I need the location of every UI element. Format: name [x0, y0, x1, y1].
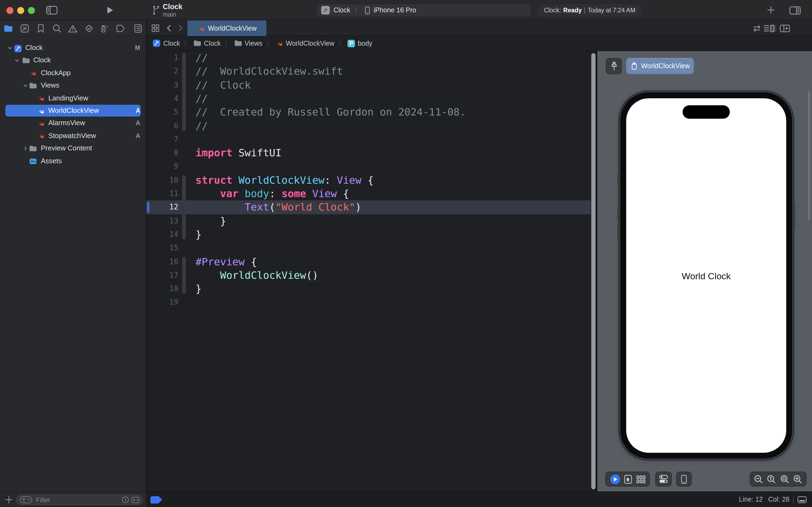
device-settings-toggles-icon[interactable]: [659, 475, 668, 484]
line-number[interactable]: 13: [146, 214, 178, 228]
line-number[interactable]: 8: [146, 146, 178, 160]
pointer-device-icon[interactable]: [624, 474, 632, 484]
line-number[interactable]: 16: [146, 255, 178, 269]
disclosure-down-icon[interactable]: [7, 45, 12, 50]
filter-changes-icon[interactable]: [131, 497, 139, 503]
add-file-icon[interactable]: [5, 496, 13, 504]
run-button[interactable]: [107, 6, 113, 14]
jumpbar-item-body[interactable]: Pbody: [347, 40, 372, 47]
sidebar-item-stopwatchview[interactable]: StopwatchViewA: [0, 130, 146, 142]
code-line[interactable]: // Clock: [195, 78, 251, 92]
sidebar-item-clockapp[interactable]: ClockApp: [0, 67, 146, 79]
disclosure-down-icon[interactable]: [23, 83, 28, 88]
code-line[interactable]: }: [195, 282, 201, 296]
line-number[interactable]: 7: [146, 133, 178, 146]
sidebar-item-landingview[interactable]: LandingView: [0, 92, 146, 104]
zoom-actual-icon[interactable]: [767, 474, 776, 484]
zoom-out-icon[interactable]: [754, 474, 763, 484]
issues-navigator-icon[interactable]: [68, 23, 77, 33]
go-back-icon[interactable]: [167, 25, 171, 32]
preview-target-pill[interactable]: WorldClockView: [626, 58, 694, 74]
code-line[interactable]: #Preview {: [195, 255, 257, 269]
zoom-in-icon[interactable]: [793, 474, 802, 484]
code-line[interactable]: }: [195, 228, 201, 241]
code-line[interactable]: //: [195, 119, 208, 133]
code-line[interactable]: WorldClockView(): [195, 269, 318, 282]
project-navigator-icon[interactable]: [3, 23, 13, 33]
reports-navigator-icon[interactable]: [133, 23, 142, 33]
line-number[interactable]: 10: [146, 173, 178, 187]
sidebar-item-views[interactable]: Views: [0, 79, 146, 91]
code-review-icon[interactable]: [752, 24, 762, 32]
line-number[interactable]: 19: [146, 296, 178, 309]
code-line[interactable]: import SwiftUI: [195, 146, 281, 160]
related-items-icon[interactable]: [152, 24, 160, 32]
sidebar-item-alarmsview[interactable]: AlarmsViewA: [0, 117, 146, 129]
sidebar-item-worldclockview[interactable]: WorldClockViewA: [0, 105, 146, 117]
scheme-target[interactable]: Clock: [334, 6, 350, 14]
library-add-icon[interactable]: [767, 6, 775, 14]
filter-input[interactable]: [35, 496, 119, 504]
line-number[interactable]: 6: [146, 119, 178, 133]
jumpbar-item-clock[interactable]: Clock: [153, 39, 180, 47]
code-editor[interactable]: 1//2// WorldClockView.swift3// Clock4//5…: [146, 51, 591, 492]
inspector-toggle-icon[interactable]: [790, 6, 801, 14]
grid-variants-icon[interactable]: [636, 475, 645, 483]
line-number[interactable]: 11: [146, 187, 178, 201]
line-number[interactable]: 4: [146, 92, 178, 106]
source-control-navigator-icon[interactable]: [19, 23, 29, 33]
bookmarks-navigator-icon[interactable]: [36, 23, 46, 33]
find-navigator-icon[interactable]: [52, 23, 61, 33]
code-line[interactable]: Text("World Clock"): [195, 201, 361, 214]
sidebar-item-assets[interactable]: Assets: [0, 155, 146, 167]
close-window-button[interactable]: [6, 7, 13, 14]
line-number[interactable]: 12: [146, 201, 178, 214]
line-number[interactable]: 1: [146, 51, 178, 65]
editor-scrollbar[interactable]: [591, 53, 595, 489]
pin-preview-button[interactable]: [606, 58, 622, 74]
line-number[interactable]: 9: [146, 160, 178, 173]
live-preview-play-icon[interactable]: [610, 474, 620, 484]
preview-screen[interactable]: World Clock: [626, 98, 786, 453]
tests-navigator-icon[interactable]: [84, 23, 94, 33]
device-phone-icon[interactable]: [681, 474, 687, 484]
recent-filter-icon[interactable]: [122, 496, 129, 503]
sidebar-item-clock[interactable]: ClockM: [0, 42, 146, 54]
code-line[interactable]: //: [195, 92, 208, 106]
line-number[interactable]: 2: [146, 65, 178, 78]
jumpbar-item-clock[interactable]: Clock: [193, 40, 221, 47]
code-line[interactable]: struct WorldClockView: View {: [195, 173, 374, 187]
minimize-window-button[interactable]: [17, 7, 24, 14]
sidebar-item-preview-content[interactable]: Preview Content: [0, 142, 146, 154]
scheme-device[interactable]: iPhone 16 Pro: [374, 6, 416, 14]
code-line[interactable]: }: [195, 214, 226, 228]
line-number[interactable]: 17: [146, 269, 178, 282]
code-line[interactable]: //: [195, 51, 208, 65]
code-line[interactable]: // WorldClockView.swift: [195, 65, 343, 78]
zoom-window-button[interactable]: [28, 7, 35, 14]
line-number[interactable]: 18: [146, 282, 178, 296]
tab-worldclockview[interactable]: WorldClockView: [187, 20, 267, 36]
filter-field[interactable]: [16, 495, 143, 505]
line-number[interactable]: 5: [146, 105, 178, 119]
disclosure-right-icon[interactable]: [23, 146, 28, 151]
debug-area-toggle-icon[interactable]: [798, 496, 807, 503]
scheme-selector[interactable]: Clock 〉 iPhone 16 Pro: [317, 4, 531, 16]
editor-options-icon[interactable]: [764, 24, 775, 32]
disclosure-down-icon[interactable]: [14, 58, 19, 63]
line-number[interactable]: 14: [146, 228, 178, 241]
line-number[interactable]: 15: [146, 241, 178, 255]
breakpoints-navigator-icon[interactable]: [115, 23, 125, 33]
toggle-navigator-icon[interactable]: [46, 6, 57, 14]
jumpbar-item-views[interactable]: Views: [234, 40, 263, 47]
jumpbar-item-worldclockview[interactable]: WorldClockView: [276, 40, 334, 47]
code-line[interactable]: var body: some View {: [195, 187, 349, 201]
canvas-scrollbar[interactable]: [808, 91, 810, 220]
breakpoints-toggle[interactable]: [151, 496, 162, 504]
zoom-fit-icon[interactable]: [780, 474, 789, 484]
line-number[interactable]: 3: [146, 78, 178, 92]
add-editor-icon[interactable]: [780, 24, 790, 32]
sidebar-item-clock[interactable]: Clock: [0, 55, 146, 66]
debug-navigator-icon[interactable]: [100, 23, 109, 33]
code-line[interactable]: // Created by Russell Gordon on 2024-11-…: [195, 105, 466, 119]
